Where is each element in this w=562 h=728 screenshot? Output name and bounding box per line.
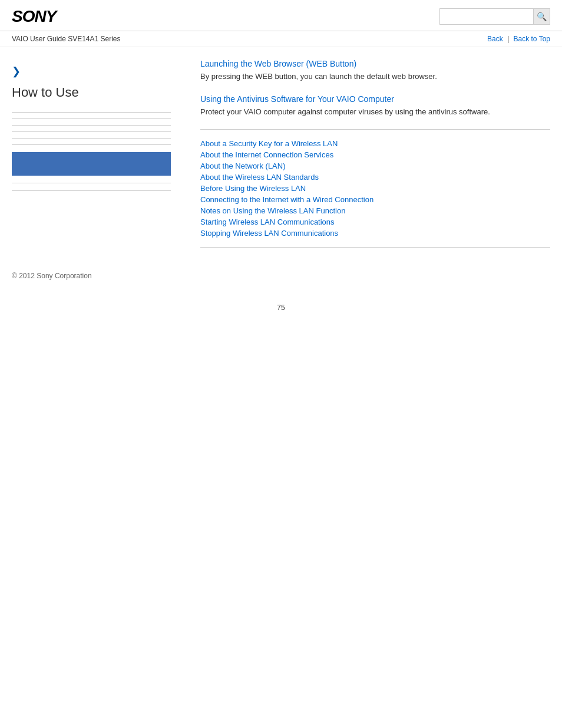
content-area: Launching the Web Browser (WEB Button) B… [183,59,550,248]
web-browser-desc: By pressing the WEB button, you can laun… [200,71,550,83]
list-item: About the Internet Connection Services [200,150,550,159]
page-number: 75 [0,286,562,318]
search-icon: 🔍 [537,12,547,21]
link-wired-connection[interactable]: Connecting to the Internet with a Wired … [200,195,373,204]
link-internet-connection-services[interactable]: About the Internet Connection Services [200,150,333,159]
link-stopping-wireless-lan[interactable]: Stopping Wireless LAN Communications [200,229,338,238]
back-link[interactable]: Back [487,35,503,43]
list-item: Notes on Using the Wireless LAN Function [200,206,550,215]
sidebar-line-3 [12,131,171,132]
sidebar-line-4 [12,138,171,139]
content-divider-2 [200,247,550,248]
sidebar-lines-top [12,118,171,145]
link-network-lan[interactable]: About the Network (LAN) [200,162,286,170]
sidebar-line-b2 [12,190,171,191]
sidebar-line-5 [12,144,171,145]
link-before-wireless-lan[interactable]: Before Using the Wireless LAN [200,184,306,193]
link-starting-wireless-lan[interactable]: Starting Wireless LAN Communications [200,218,335,226]
list-item: Connecting to the Internet with a Wired … [200,195,550,204]
sidebar-line-1 [12,118,171,119]
links-list: About a Security Key for a Wireless LAN … [200,139,550,238]
list-item: About a Security Key for a Wireless LAN [200,139,550,148]
page-header: SONY 🔍 [0,0,562,31]
sidebar-blue-block [12,152,171,176]
link-security-key[interactable]: About a Security Key for a Wireless LAN [200,139,338,148]
list-item: About the Network (LAN) [200,162,550,170]
section-web-browser: Launching the Web Browser (WEB Button) B… [200,59,550,83]
sidebar-divider-1 [12,112,171,113]
copyright: © 2012 Sony Corporation [12,272,92,280]
sony-logo: SONY [12,7,56,26]
list-item: About the Wireless LAN Standards [200,173,550,182]
breadcrumb-separator: | [507,35,509,43]
guide-title: VAIO User Guide SVE14A1 Series [12,35,121,43]
nav-links: Back | Back to Top [487,35,550,43]
sidebar-line-b1 [12,183,171,183]
list-item: Stopping Wireless LAN Communications [200,229,550,238]
sidebar-line-2 [12,125,171,126]
search-input[interactable] [439,8,534,25]
main-container: ❯ How to Use Launching the Web Browser (… [0,47,562,259]
search-box: 🔍 [439,8,550,25]
sidebar-title: How to Use [12,85,171,100]
link-notes-wireless-lan[interactable]: Notes on Using the Wireless LAN Function [200,206,345,215]
content-divider-1 [200,129,550,130]
footer: © 2012 Sony Corporation [0,259,562,286]
breadcrumb-bar: VAIO User Guide SVE14A1 Series Back | Ba… [0,31,562,47]
back-to-top-link[interactable]: Back to Top [514,35,550,43]
antivirus-desc: Protect your VAIO computer against compu… [200,106,550,118]
sidebar-lines-bottom [12,183,171,191]
antivirus-title-link[interactable]: Using the Antivirus Software for Your VA… [200,94,550,104]
section-antivirus: Using the Antivirus Software for Your VA… [200,94,550,118]
web-browser-title-link[interactable]: Launching the Web Browser (WEB Button) [200,59,550,68]
list-item: Before Using the Wireless LAN [200,184,550,193]
list-item: Starting Wireless LAN Communications [200,218,550,226]
sidebar: ❯ How to Use [12,59,183,248]
search-button[interactable]: 🔍 [534,8,550,25]
chevron-icon: ❯ [12,65,171,78]
link-wireless-lan-standards[interactable]: About the Wireless LAN Standards [200,173,319,182]
